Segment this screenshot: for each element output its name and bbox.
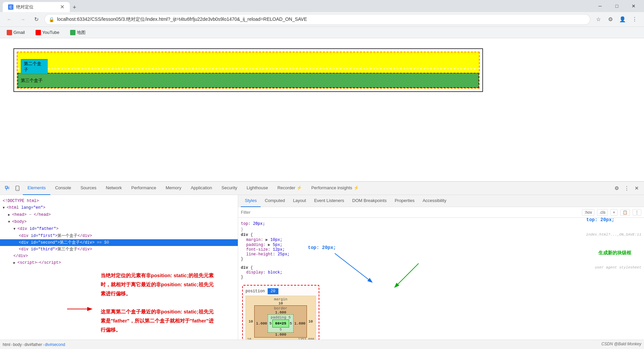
box-third-label: 第三个盒子 [21,78,43,84]
red-arrow [67,305,94,314]
box-third: 第三个盒子 [17,73,479,88]
breadcrumb-father[interactable]: div#father [24,342,42,347]
profile-icon[interactable]: 👤 [617,14,628,25]
styles-filter: :hov .cls + 📋 ⋮ [238,207,644,218]
tab-close-icon[interactable]: ✕ [60,4,64,10]
devtools-more-icon[interactable]: ⋮ [622,184,631,193]
styles-tab-event-listeners[interactable]: Event Listeners [310,195,348,207]
box-model-outer: margin 10 10 border 1.600 1. [246,296,316,340]
breadcrumb-second[interactable]: div#second [45,342,65,347]
triangle-body[interactable] [8,219,12,225]
bookmark-star-icon[interactable]: ☆ [593,14,604,25]
youtube-favicon [36,30,41,35]
bookmark-youtube[interactable]: YouTube [33,29,62,37]
pad-right-val: 5 [289,321,293,326]
triangle-head[interactable] [8,212,12,218]
tab-network[interactable]: Network [101,182,127,195]
top-20px-label: top: 20px; [308,245,336,250]
styles-tab-computed[interactable]: Computed [261,195,289,207]
lock-icon: 🔒 [49,17,54,22]
close-button[interactable]: ✕ [626,1,641,11]
top-label: top: 20px; [586,218,614,222]
styles-tab-styles[interactable]: Styles [241,195,261,207]
styles-tab-properties[interactable]: Properties [391,195,419,207]
devtools-status: html › body › div#father › div#second CS… [0,340,644,349]
css-prop-line-height: line-height: 25px; [241,252,641,257]
tab-performance-insights[interactable]: Performance insights ⚡ [307,182,364,195]
reload-button[interactable]: ↻ [31,14,42,25]
html-line-father-close: </div> [0,253,238,259]
hov-button[interactable]: :hov [582,209,594,216]
tab-sources[interactable]: Sources [76,182,101,195]
title-bar: C 绝对定位 ✕ + ─ □ ✕ [0,0,644,12]
watermark: CSDN @Bald Monkey [601,342,641,346]
position-value: 20 [268,288,278,294]
copy-styles-icon[interactable]: 📋 [620,209,630,216]
devtools-toolbar: Elements Console Sources Network Perform… [0,182,644,195]
new-tab-button[interactable]: + [70,3,79,12]
devtools-right-buttons: ⚙ ⋮ ✕ [612,184,641,193]
map-favicon [70,30,75,35]
bookmark-map[interactable]: 地图 [67,28,88,37]
breadcrumb-body[interactable]: body [13,342,22,347]
add-style-button[interactable]: + [610,209,618,216]
right-outer-num: 1353.600 [298,338,314,340]
elements-panel: <!DOCTYPE html> <html lang="en"> <head> … [0,195,238,340]
settings-icon[interactable]: ⚙ [612,184,621,193]
breadcrumb-html[interactable]: html [3,342,10,347]
tab-console[interactable]: Console [50,182,76,195]
devtools-main: <!DOCTYPE html> <html lang="en"> <head> … [0,195,644,340]
styles-tab-dom-breakpoints[interactable]: DOM Breakpoints [348,195,391,207]
margin-right-val: 10 [307,319,314,323]
tab-application[interactable]: Application [186,182,217,195]
menu-icon[interactable]: ⋮ [629,14,640,25]
box-first-label: 第二个盒子 [24,61,45,73]
box-first: 第二个盒子 [21,59,48,74]
tab-lighthouse[interactable]: Lighthouse [242,182,273,195]
bookmark-gmail[interactable]: Gmail [4,29,28,37]
cls-button[interactable]: .cls [597,209,608,216]
tab-recorder[interactable]: Recorder ⚡ [273,182,307,195]
html-line-second[interactable]: <div id="second">第二个盒子</div> == $0 [0,239,238,246]
svg-point-5 [17,189,18,190]
devtools-close-icon[interactable]: ✕ [632,184,641,193]
address-text: localhost:63342/CSS/lesson05/3.绝对定位/inde… [57,16,586,22]
browser-window: C 绝对定位 ✕ + ─ □ ✕ ← → ↻ 🔒 localhost:63342… [0,0,644,349]
html-line-head: <head> ⋯ </head> [0,211,238,218]
css-prop-padding: padding: ▶ 5px; [241,242,641,247]
html-line-html: <html lang="en"> [0,204,238,211]
status-breadcrumb: html › body › div#father › div#second [3,342,65,347]
content-size: 60×25 [275,321,286,326]
tab-memory[interactable]: Memory [161,182,186,195]
device-toolbar-icon[interactable] [13,184,22,193]
annotation-area: 当绝对定位的元素有非position: static;的祖先元素 时，就相对于离… [0,265,238,340]
maximize-button[interactable]: □ [609,1,625,11]
tab-security[interactable]: Security [217,182,242,195]
inspect-element-icon[interactable] [3,184,12,193]
styles-tabs: Styles Computed Layout Event Listeners D… [238,195,644,207]
position-label: position [246,289,265,294]
more-styles-icon[interactable]: ⋮ [633,209,641,216]
minimize-button[interactable]: ─ [592,1,608,11]
html-line-father: <div id="father"> [0,226,238,233]
styles-tab-accessibility[interactable]: Accessibility [419,195,450,207]
filter-input[interactable] [241,210,579,215]
triangle-father[interactable] [13,226,17,232]
border-row: 1.600 padding 5 5 [255,314,306,333]
browser-tab[interactable]: C 绝对定位 ✕ [3,2,70,12]
demo-box: 第二个盒子 第三个盒子 [13,48,483,92]
css-rule-div-1: div { index.html?..._ON_SAVE:11 margin: … [241,233,641,261]
tab-performance[interactable]: Performance [126,182,161,195]
youtube-label: YouTube [42,30,59,35]
styles-tab-layout[interactable]: Layout [289,195,310,207]
address-input-wrap[interactable]: 🔒 localhost:63342/CSS/lesson05/3.绝对定位/in… [44,14,590,25]
triangle-html[interactable] [3,205,7,211]
tab-elements[interactable]: Elements [23,182,50,195]
tab-area: C 绝对定位 ✕ + [3,0,590,12]
extension-icon[interactable]: ⚙ [605,14,616,25]
forward-button[interactable]: → [17,14,28,25]
back-button[interactable]: ← [4,14,15,25]
padding-box: padding 5 5 60×25 [268,314,293,333]
triangle-script[interactable] [13,260,17,265]
styles-panel: Styles Computed Layout Event Listeners D… [238,195,644,340]
